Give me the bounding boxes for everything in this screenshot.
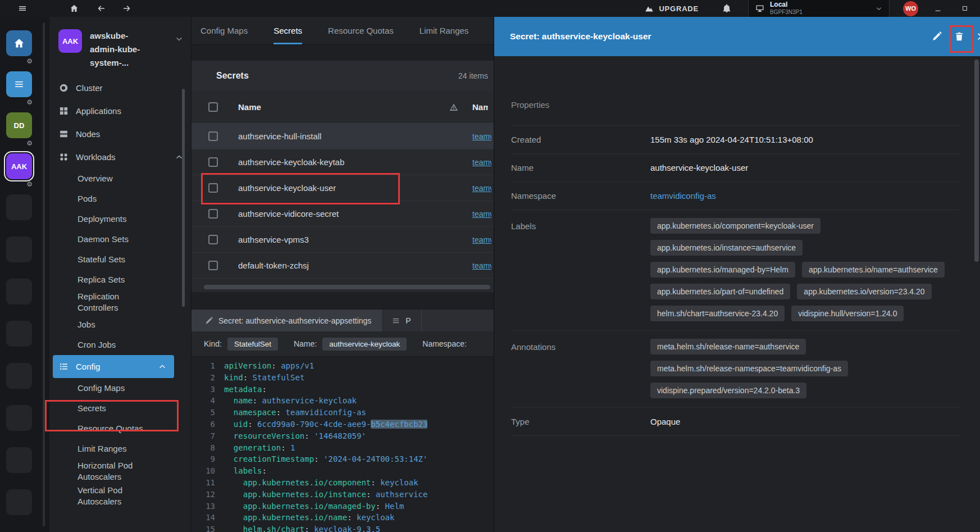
row-checkbox[interactable]	[208, 209, 218, 219]
sidebar-item-workloads[interactable]: Workloads	[49, 145, 191, 169]
table-row-authservice-keycloak-keytab[interactable]: authservice-keycloak-keytabteamvidiconfi…	[192, 149, 494, 175]
settings-gear-icon[interactable]: ⚙	[6, 98, 33, 106]
sidebar-item-config[interactable]: Config	[53, 355, 174, 378]
yaml-editor[interactable]: 1apiVersion: apps/v12kind: StatefulSet3m…	[192, 357, 494, 532]
rail-tile-aak[interactable]: AAK	[6, 153, 32, 179]
table-row-authservice-keycloak-user[interactable]: authservice-keycloak-userteamvidiconfig-…	[192, 175, 494, 201]
maximize-button[interactable]	[961, 4, 969, 12]
yaml-key: app.kubernetes.io/managed-by	[243, 502, 376, 511]
sidebar-item-daemon-sets[interactable]: Daemon Sets	[49, 229, 191, 249]
row-checkbox[interactable]	[208, 157, 218, 167]
column-header-warnings[interactable]	[442, 103, 466, 112]
home-icon[interactable]	[70, 4, 79, 13]
line-number: 7	[192, 430, 224, 442]
secret-name: authservice-keycloak-user	[238, 183, 442, 193]
sidebar-item-vertical-pod-autoscalers[interactable]: Vertical Pod Autoscalers	[49, 484, 191, 508]
sidebar-item-applications[interactable]: Applications	[49, 99, 191, 122]
notifications-bell-icon[interactable]	[722, 4, 731, 13]
namespace-link[interactable]: teamvidiconfig-as	[472, 235, 491, 244]
sidebar-item-cron-jobs[interactable]: Cron Jobs	[49, 335, 191, 355]
menu-icon[interactable]	[18, 4, 27, 13]
namespace-link[interactable]: teamvidiconfig-as	[472, 210, 491, 219]
minimize-button[interactable]	[934, 4, 942, 12]
edit-pencil-icon[interactable]	[932, 31, 942, 42]
namespace-link[interactable]: teamvidiconfig-as	[472, 261, 491, 270]
list-icon	[392, 317, 400, 325]
sidebar-scrollbar[interactable]	[182, 89, 185, 307]
rail-scrollbar[interactable]	[43, 22, 45, 526]
column-header-name[interactable]: Name	[238, 102, 442, 112]
sidebar-item-secrets[interactable]: Secrets	[49, 398, 191, 419]
tab-limit-ranges[interactable]: Limit Ranges	[420, 17, 469, 44]
dock-tab-edit-secret[interactable]: Secret: authservice-authservice-appsetti…	[192, 310, 382, 331]
settings-gear-icon[interactable]: ⚙	[6, 139, 33, 147]
sidebar-item-overview[interactable]: Overview	[49, 169, 191, 189]
sidebar-item-cluster[interactable]: Cluster	[49, 76, 191, 99]
user-avatar[interactable]: WO	[903, 1, 918, 16]
line-number: 6	[192, 419, 224, 430]
tab-config-maps[interactable]: Config Maps	[200, 17, 248, 44]
rail-tile-dd[interactable]: DD	[6, 112, 32, 138]
dock-tab-second[interactable]: P	[382, 310, 421, 331]
drawer-scrollbar[interactable]	[974, 60, 979, 262]
horizontal-scrollbar[interactable]	[204, 284, 490, 290]
row-checkbox[interactable]	[208, 235, 218, 244]
tab-resource-quotas[interactable]: Resource Quotas	[328, 17, 394, 44]
row-checkbox-cell	[192, 183, 238, 193]
row-checkbox[interactable]	[208, 183, 218, 193]
sidebar-item-deployments[interactable]: Deployments	[49, 209, 191, 229]
sidebar-item-jobs[interactable]: Jobs	[49, 315, 191, 335]
label-badge: app.kubernetes.io/version=23.4.20	[797, 284, 931, 299]
select-all-checkbox[interactable]	[208, 102, 218, 112]
editor-code: metadata:	[224, 384, 267, 395]
sidebar-item-label: Config Maps	[78, 383, 125, 394]
rail-tile-placeholder	[6, 363, 32, 389]
name-value: authservice-keycloak-user	[650, 163, 960, 172]
sidebar-item-nodes[interactable]: Nodes	[49, 122, 191, 145]
table-row-authservice-vpms3[interactable]: authservice-vpms3teamvidiconfig-as	[192, 227, 494, 253]
cluster-switcher[interactable]: AAK awskube-admin-kube-system-...	[49, 17, 191, 76]
rail-tile-home[interactable]	[6, 30, 32, 56]
editor-code: apiVersion: apps/v1	[224, 360, 314, 372]
namespace-link[interactable]: teamvidiconfig-as	[472, 184, 491, 193]
rail-tile-catalog[interactable]	[6, 71, 32, 97]
forward-icon[interactable]	[122, 4, 131, 13]
sidebar-item-config-maps[interactable]: Config Maps	[49, 378, 191, 398]
tab-secrets[interactable]: Secrets	[274, 17, 302, 44]
namespace-link[interactable]: teamvidiconfig-as	[650, 191, 960, 201]
editor-code: kind: StatefulSet	[224, 372, 304, 384]
close-icon[interactable]	[977, 32, 980, 41]
yaml-value-highlight: b5c4ecfbcb23	[371, 420, 427, 429]
sidebar-item-resource-quotas[interactable]: Resource Quotas	[49, 419, 191, 439]
yaml-key: namespace	[234, 408, 276, 417]
select-all-cell	[192, 102, 238, 112]
sidebar-item-stateful-sets[interactable]: Stateful Sets	[49, 249, 191, 270]
namespace-link[interactable]: teamvidiconfig-as	[472, 158, 491, 167]
secret-name: authservice-hull-install	[238, 131, 442, 141]
table-row-authservice-hull-install[interactable]: authservice-hull-installteamvidiconfig-a…	[192, 124, 494, 149]
sidebar-item-limit-ranges[interactable]: Limit Ranges	[49, 439, 191, 459]
namespace-link[interactable]: teamvidiconfig-as	[472, 132, 491, 141]
row-checkbox-cell	[192, 235, 238, 244]
table-row-authservice-vidicore-secret[interactable]: authservice-vidicore-secretteamvidiconfi…	[192, 201, 494, 227]
editor-line: 2kind: StatefulSet	[192, 372, 494, 384]
yaml-value: StatefulSet	[253, 373, 305, 382]
row-checkbox[interactable]	[208, 131, 218, 141]
titlebar: UPGRADE Local BGPF3N3P1 WO	[0, 0, 980, 17]
sidebar-item-horizontal-pod-autoscalers[interactable]: Horizontal Pod Autoscalers	[49, 459, 191, 484]
back-icon[interactable]	[97, 4, 106, 13]
drawer-header: Secret: authservice-keycloak-user	[494, 17, 980, 56]
table-row-default-token-zchsj[interactable]: default-token-zchsjteamvidiconfig-as	[192, 253, 494, 279]
cluster-select[interactable]: Local BGPF3N3P1	[748, 0, 890, 17]
sidebar-item-pods[interactable]: Pods	[49, 189, 191, 209]
delete-trash-icon[interactable]	[954, 31, 964, 42]
yaml-colon: :	[262, 466, 266, 475]
upgrade-button[interactable]: UPGRADE	[645, 4, 699, 13]
yaml-value: '2024-04-24T00:53:14Z'	[323, 454, 427, 463]
column-header-namespace[interactable]: Namespace	[466, 102, 488, 112]
sidebar-item-replication-controllers[interactable]: Replication Controllers	[49, 290, 191, 315]
sidebar-item-replica-sets[interactable]: Replica Sets	[49, 270, 191, 290]
settings-gear-icon[interactable]: ⚙	[6, 57, 33, 65]
row-checkbox[interactable]	[208, 261, 218, 270]
settings-gear-icon[interactable]: ⚙	[6, 180, 33, 188]
